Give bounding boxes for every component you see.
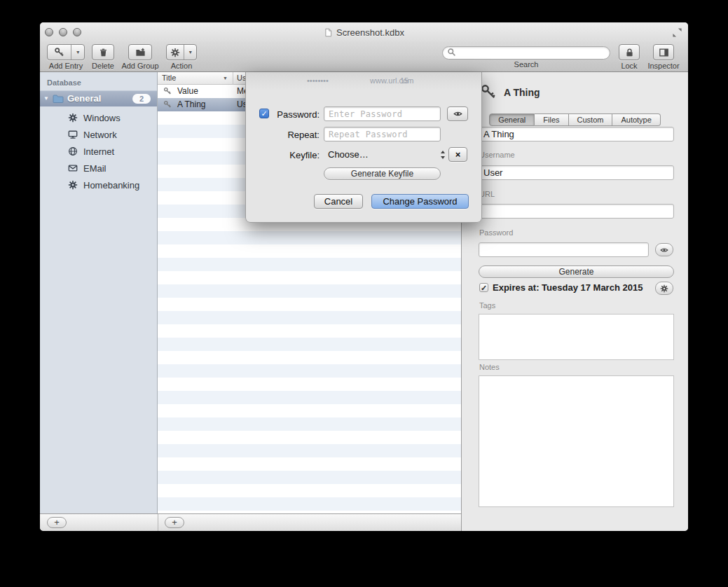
- delete-label: Delete: [89, 62, 117, 70]
- add-group-plus-button[interactable]: +: [47, 517, 67, 528]
- sidebar-item-label: Network: [83, 130, 117, 140]
- sidebar-item-windows[interactable]: Windows: [40, 109, 157, 126]
- sidebar-item-label: Internet: [83, 146, 114, 157]
- expires-label: Expires at: Tuesday 17 March 2015: [493, 282, 643, 293]
- trash-icon[interactable]: [92, 45, 114, 60]
- column-divider[interactable]: [233, 72, 233, 85]
- add-entry-label: Add Entry: [46, 62, 86, 70]
- key-icon[interactable]: [48, 45, 71, 60]
- chevron-down-icon: ▾: [189, 50, 192, 55]
- background-modified-text: 15: [400, 76, 408, 85]
- add-entry-group: ▾ Add Entry: [46, 44, 86, 70]
- internet-icon: [68, 146, 78, 156]
- sidebar-item-homebanking[interactable]: Homebanking: [40, 177, 157, 193]
- sheet-keyfile-label: Keyfile:: [270, 150, 320, 160]
- sheet-repeat-label: Repeat:: [270, 130, 320, 140]
- enter-password-input[interactable]: [324, 106, 441, 121]
- toolbar: ▾ Add Entry Delete Add Group ▾ Action: [40, 42, 688, 72]
- app-window: Screenshot.kdbx ▾ Add Entry Delete Add G…: [40, 22, 688, 531]
- password-field[interactable]: [479, 242, 649, 257]
- sidebar-item-network[interactable]: Network: [40, 126, 157, 143]
- sheet-reveal-password-button[interactable]: [447, 106, 468, 121]
- sidebar-item-internet[interactable]: Internet: [40, 143, 157, 160]
- notes-input[interactable]: [479, 375, 674, 507]
- url-field[interactable]: [479, 204, 674, 219]
- generate-keyfile-button[interactable]: Generate Keyfile: [324, 167, 441, 180]
- action-label: Action: [165, 62, 198, 70]
- tab-custom[interactable]: Custom: [569, 113, 613, 126]
- add-group-button[interactable]: [128, 44, 152, 60]
- stepper-arrows-icon: [440, 150, 446, 160]
- sidebar-group-label: General: [67, 93, 132, 104]
- repeat-password-input[interactable]: [324, 127, 441, 141]
- search-group: Search: [442, 44, 610, 69]
- change-password-button[interactable]: Change Password: [371, 194, 469, 209]
- sort-indicator-icon: ▼: [223, 76, 228, 81]
- inspector-toggle-group: Inspector: [645, 44, 682, 70]
- password-checkbox[interactable]: ✓: [259, 109, 269, 118]
- disclosure-triangle-icon[interactable]: ▼: [40, 95, 53, 102]
- sidebar-section-header: Database: [47, 78, 81, 87]
- username-label: Username: [479, 151, 515, 159]
- tab-general[interactable]: General: [489, 113, 535, 126]
- inspector-entry-title: A Thing: [504, 87, 540, 98]
- tags-input[interactable]: [479, 314, 674, 360]
- expires-checkbox[interactable]: ✓: [479, 283, 488, 292]
- folder-plus-icon[interactable]: [129, 45, 151, 60]
- reveal-password-button[interactable]: [655, 243, 673, 256]
- key-icon: [163, 100, 172, 109]
- inspector-panel-icon[interactable]: [654, 45, 673, 60]
- action-dropdown[interactable]: ▾: [184, 45, 196, 60]
- window-title-text: Screenshot.kdbx: [336, 27, 404, 38]
- inspector-button[interactable]: [653, 44, 674, 60]
- keyfile-popup[interactable]: Choose…: [324, 147, 446, 162]
- username-field[interactable]: [479, 165, 674, 180]
- bottom-bar: + +: [40, 513, 461, 531]
- add-entry-button[interactable]: ▾: [47, 44, 85, 60]
- sidebar-item-label: EMail: [83, 163, 107, 174]
- group-count-badge: 2: [132, 94, 151, 104]
- action-group: ▾ Action: [165, 44, 198, 70]
- search-label: Search: [442, 60, 610, 69]
- add-entry-plus-button[interactable]: +: [165, 517, 184, 528]
- expires-options-button[interactable]: [655, 282, 673, 295]
- change-password-sheet: •••••••• www.url.com 15 ✓ Password: Repe…: [245, 72, 482, 223]
- sidebar-item-email[interactable]: EMail: [40, 160, 157, 177]
- key-icon: [163, 87, 172, 95]
- lock-group: Lock: [616, 44, 643, 70]
- tab-files[interactable]: Files: [535, 113, 568, 126]
- entry-title: A Thing: [177, 98, 205, 111]
- sheet-password-label: Password:: [270, 109, 320, 120]
- background-password-dots: ••••••••: [307, 76, 329, 85]
- lock-button[interactable]: [619, 44, 640, 60]
- padlock-icon[interactable]: [619, 45, 639, 60]
- add-group-group: Add Group: [118, 44, 162, 70]
- title-bar[interactable]: Screenshot.kdbx: [40, 22, 688, 42]
- keyfile-popup-value: Choose…: [328, 149, 440, 160]
- eye-icon: [453, 109, 463, 118]
- clear-keyfile-button[interactable]: ×: [448, 147, 467, 162]
- sidebar-group-general[interactable]: ▼ General 2: [40, 90, 157, 106]
- tab-autotype[interactable]: Autotype: [612, 113, 660, 126]
- inspector-tabs: General Files Custom Autotype: [462, 113, 688, 126]
- generate-password-button[interactable]: Generate: [479, 265, 674, 278]
- network-icon: [68, 130, 78, 139]
- gear-icon: [660, 284, 668, 293]
- add-group-label: Add Group: [118, 62, 162, 70]
- column-header-title[interactable]: Title: [162, 72, 176, 84]
- add-entry-dropdown[interactable]: ▾: [71, 45, 84, 60]
- email-icon: [68, 163, 78, 173]
- delete-button[interactable]: [92, 44, 114, 60]
- document-icon: [324, 28, 333, 37]
- windows-icon: [68, 113, 78, 123]
- inspector-panel: A Thing General Files Custom Autotype Us…: [461, 72, 688, 531]
- cancel-button[interactable]: Cancel: [314, 194, 363, 209]
- title-field[interactable]: [479, 127, 674, 141]
- password-label: Password: [479, 228, 513, 237]
- gear-icon[interactable]: [167, 45, 184, 60]
- search-icon: [447, 48, 456, 57]
- close-icon: ×: [455, 149, 461, 160]
- fullscreen-icon[interactable]: [672, 27, 682, 38]
- search-input[interactable]: [442, 46, 610, 60]
- action-button[interactable]: ▾: [166, 44, 197, 60]
